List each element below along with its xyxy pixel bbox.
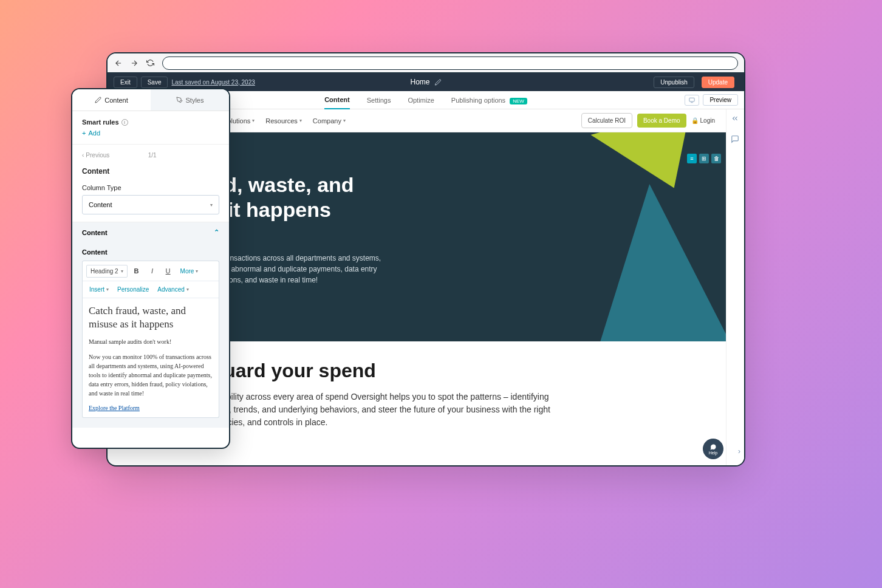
last-saved-link[interactable]: Last saved on August 23, 2023 xyxy=(171,79,255,86)
editor-field-label: Content xyxy=(82,248,219,256)
forward-icon[interactable] xyxy=(129,58,139,68)
nav-company[interactable]: Company▾ xyxy=(313,117,346,125)
module-tool-edit-icon[interactable]: ≡ xyxy=(687,154,697,163)
brush-icon xyxy=(176,97,183,103)
book-demo-button[interactable]: Book a Demo xyxy=(637,114,686,128)
nav-resources[interactable]: Resources▾ xyxy=(265,117,302,125)
smart-rules-section: Smart rules i + Add xyxy=(72,111,229,145)
editor-link[interactable]: Explore the Platform xyxy=(89,405,140,411)
unpublish-button[interactable]: Unpublish xyxy=(654,77,694,88)
calculate-roi-button[interactable]: Calculate ROI xyxy=(581,113,632,128)
right-rail xyxy=(726,109,744,465)
more-dropdown[interactable]: More▾ xyxy=(177,266,202,276)
page-title-area: Home xyxy=(410,78,441,86)
italic-button[interactable]: I xyxy=(146,264,159,278)
new-badge: NEW xyxy=(510,98,527,104)
collapse-rail-icon[interactable] xyxy=(731,114,740,124)
personalize-button[interactable]: Personalize xyxy=(114,284,152,295)
login-link[interactable]: 🔒Login xyxy=(691,117,715,124)
module-tools: ≡ ⊞ 🗑 xyxy=(687,154,721,163)
chevron-down-icon: ▾ xyxy=(343,118,346,123)
underline-button[interactable]: U xyxy=(162,264,175,278)
expand-arrow-icon[interactable]: › xyxy=(738,447,740,456)
editor-h2: Catch fraud, waste, and misuse as it hap… xyxy=(89,304,213,331)
editor-side-panel: Content Styles Smart rules i + Add ‹ Pre… xyxy=(71,88,230,449)
panel-body: Smart rules i + Add ‹ Previous 1/1 Conte… xyxy=(72,111,229,448)
help-button[interactable]: Help xyxy=(703,439,723,459)
module-tool-delete-icon[interactable]: 🗑 xyxy=(711,154,721,163)
panel-tab-content[interactable]: Content xyxy=(72,89,151,111)
update-button[interactable]: Update xyxy=(702,77,734,88)
sub-nav-right: Preview xyxy=(685,94,738,106)
plus-icon: + xyxy=(82,129,86,137)
pager-row: ‹ Previous 1/1 xyxy=(82,152,219,159)
pencil-icon xyxy=(95,97,101,103)
help-label: Help xyxy=(709,451,717,455)
chevron-down-icon: ▾ xyxy=(252,118,255,123)
column-type-label: Column Type xyxy=(82,184,219,191)
editor-p1: Manual sample audits don't work! xyxy=(89,337,213,346)
triangle-shape-teal xyxy=(590,180,726,357)
chevron-up-icon: ⌃ xyxy=(214,228,219,236)
tab-content[interactable]: Content xyxy=(324,91,350,109)
exit-button[interactable]: Exit xyxy=(114,77,137,88)
hero-shapes xyxy=(483,132,726,357)
rich-text-toolbar: Heading 2▾ B I U More▾ Insert▾ Personali… xyxy=(82,261,219,298)
site-header-right: Calculate ROI Book a Demo 🔒Login xyxy=(581,113,715,128)
help-icon xyxy=(709,443,717,451)
panel-tabs: Content Styles xyxy=(72,89,229,111)
column-type-select[interactable]: Content ▾ xyxy=(82,195,219,214)
heading-dropdown[interactable]: Heading 2▾ xyxy=(86,265,128,278)
tab-settings[interactable]: Settings xyxy=(367,92,391,109)
header-right: Unpublish Update xyxy=(654,77,738,88)
content-heading: Content xyxy=(82,167,219,176)
smart-rules-label: Smart rules i xyxy=(82,118,219,126)
content-collapse-header[interactable]: Content ⌃ xyxy=(72,222,229,242)
url-bar[interactable] xyxy=(162,56,738,70)
content-config-section: ‹ Previous 1/1 Content Column Type Conte… xyxy=(72,145,229,222)
safeguard-heading: Safeguard your spend xyxy=(171,360,689,382)
device-icon[interactable] xyxy=(685,95,699,106)
tab-publishing[interactable]: Publishing options NEW xyxy=(451,92,527,109)
editor-section: Content Heading 2▾ B I U More▾ Insert▾ P… xyxy=(72,242,229,428)
lock-icon: 🔒 xyxy=(691,117,699,124)
comment-icon[interactable] xyxy=(731,135,740,145)
panel-tab-styles[interactable]: Styles xyxy=(151,89,229,111)
advanced-dropdown[interactable]: Advanced▾ xyxy=(154,284,191,295)
rich-text-editor[interactable]: Catch fraud, waste, and misuse as it hap… xyxy=(82,298,219,418)
module-tool-clone-icon[interactable]: ⊞ xyxy=(699,154,709,163)
tab-optimize[interactable]: Optimize xyxy=(408,92,434,109)
chevron-down-icon: ▾ xyxy=(299,118,302,123)
reload-icon[interactable] xyxy=(145,58,155,68)
editor-p2: Now you can monitor 100% of transactions… xyxy=(89,352,213,398)
chevron-down-icon: ▾ xyxy=(210,202,213,208)
insert-dropdown[interactable]: Insert▾ xyxy=(86,284,112,295)
svg-rect-0 xyxy=(689,98,694,101)
pager-text: 1/1 xyxy=(148,152,157,159)
info-icon[interactable]: i xyxy=(121,119,128,126)
nav-arrows xyxy=(114,58,155,68)
previous-button[interactable]: ‹ Previous xyxy=(82,152,109,159)
tab-publishing-label: Publishing options xyxy=(451,97,505,104)
page-title: Home xyxy=(410,78,429,86)
back-icon[interactable] xyxy=(114,58,123,68)
save-button[interactable]: Save xyxy=(141,77,168,88)
bold-button[interactable]: B xyxy=(130,264,143,278)
browser-chrome-bar xyxy=(108,53,744,73)
add-rule-button[interactable]: + Add xyxy=(82,129,219,137)
preview-button[interactable]: Preview xyxy=(703,94,738,106)
edit-title-icon[interactable] xyxy=(435,79,442,86)
chevron-left-icon: ‹ xyxy=(82,152,84,159)
